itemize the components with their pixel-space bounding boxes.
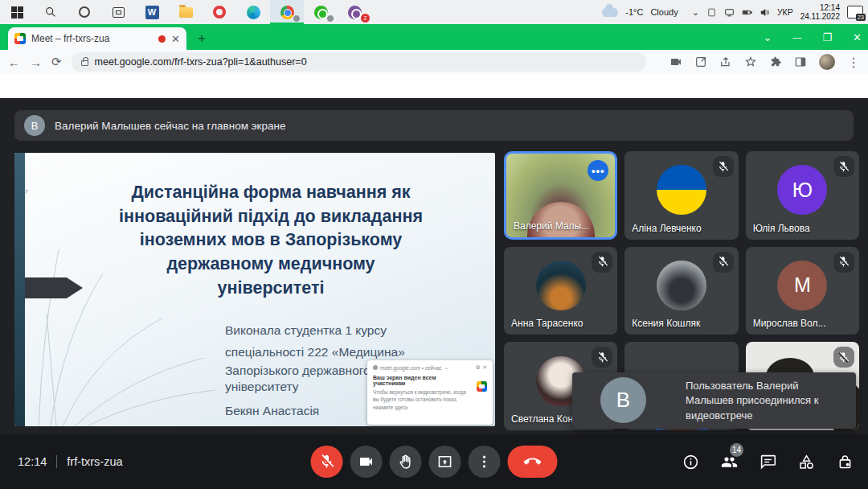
banner-text: Валерий Малышев сейчас на главном экране xyxy=(55,120,286,132)
meet-control-bar: 12:14 frf-txrs-zua 14 xyxy=(0,434,868,489)
side-panel-icon[interactable] xyxy=(794,55,807,68)
more-options-button[interactable] xyxy=(469,446,501,478)
camera-icon xyxy=(358,454,375,470)
tablet-mode-icon[interactable] xyxy=(706,7,717,18)
tab-close-button[interactable]: ✕ xyxy=(171,33,180,45)
tab-search-chevron-icon[interactable]: ⌄ xyxy=(764,31,772,43)
window-close-button[interactable]: ✕ xyxy=(853,31,862,43)
window-restore-button[interactable]: ❐ xyxy=(822,31,832,43)
volume-icon[interactable] xyxy=(760,7,770,18)
address-bar[interactable]: meet.google.com/frf-txrs-zua?pli=1&authu… xyxy=(72,52,646,72)
taskbar-whatsapp-button[interactable] xyxy=(304,0,338,24)
participant-count-badge: 14 xyxy=(730,443,743,457)
mic-muted-badge xyxy=(713,252,734,273)
mic-muted-badge xyxy=(833,252,854,273)
toast-avatar: В xyxy=(600,377,646,423)
chrome-icon xyxy=(280,6,294,19)
reload-button[interactable]: ⟳ xyxy=(51,55,62,69)
task-view-button[interactable] xyxy=(101,0,135,24)
avatar-photo xyxy=(657,261,706,310)
meeting-details-button[interactable] xyxy=(682,454,699,471)
share-icon[interactable] xyxy=(719,55,732,68)
https-lock-icon[interactable] xyxy=(81,60,88,66)
action-center-button[interactable]: 23 xyxy=(847,6,863,18)
participant-tile-valeriy[interactable]: ••• Валерий Малы... xyxy=(504,151,617,240)
participant-tile-yuliya[interactable]: Ю Юлія Львова xyxy=(746,151,859,240)
participant-tile-miroslav[interactable]: M Мирослав Вол... xyxy=(746,247,859,335)
url-text[interactable]: meet.google.com/frf-txrs-zua?pli=1&authu… xyxy=(95,56,307,68)
taskbar-edge-button[interactable] xyxy=(236,0,270,24)
mic-off-icon xyxy=(319,454,335,470)
leave-call-button[interactable] xyxy=(508,446,558,478)
window-minimize-button[interactable]: — xyxy=(792,32,801,42)
raise-hand-button[interactable] xyxy=(390,446,422,478)
browser-toolbar: ← → ⟳ meet.google.com/frf-txrs-zua?pli=1… xyxy=(0,50,868,74)
popup-chevron-icon[interactable]: ⌄ xyxy=(444,364,448,371)
slide-title: Дистанційна форма навчання як інноваційн… xyxy=(71,181,471,300)
open-in-window-icon[interactable] xyxy=(694,55,707,68)
start-button[interactable] xyxy=(0,0,34,24)
forward-button[interactable]: → xyxy=(30,55,42,69)
participant-name: Юлія Львова xyxy=(753,223,810,234)
taskbar-tray: -1°C Cloudy ⌄ УКР 12:14 24.11.2022 23 xyxy=(602,0,868,24)
call-end-icon xyxy=(524,453,542,471)
present-icon xyxy=(437,454,453,470)
hand-icon xyxy=(398,454,414,470)
info-icon xyxy=(682,454,699,471)
cortana-button[interactable] xyxy=(68,0,101,24)
popup-settings-icon[interactable]: ⚙ xyxy=(476,364,481,371)
tile-options-button[interactable]: ••• xyxy=(588,160,608,181)
present-screen-button[interactable] xyxy=(429,446,461,478)
participant-name: Анна Тарасенко xyxy=(511,318,583,329)
mouse-cursor: ▿ xyxy=(24,187,28,195)
taskbar-viber-button[interactable]: 2 xyxy=(338,0,371,24)
camera-toggle-button[interactable] xyxy=(350,446,383,478)
meet-favicon xyxy=(14,33,26,44)
chrome-menu-button[interactable]: ⋮ xyxy=(847,55,860,70)
profile-avatar[interactable] xyxy=(819,54,835,70)
participant-name: Мирослав Вол... xyxy=(753,318,826,329)
taskbar-opera-button[interactable] xyxy=(203,0,236,24)
popup-title: Ваш экран виден всем участникам xyxy=(373,375,468,386)
language-indicator[interactable]: УКР xyxy=(777,7,793,17)
camera-in-use-icon[interactable] xyxy=(669,55,682,68)
bookmark-star-icon[interactable] xyxy=(744,55,757,68)
battery-icon[interactable] xyxy=(742,7,752,18)
popup-close-icon[interactable]: ✕ xyxy=(483,364,487,371)
chat-button[interactable] xyxy=(760,454,776,471)
new-tab-button[interactable]: + xyxy=(198,31,206,45)
folder-icon xyxy=(179,7,193,18)
back-button[interactable]: ← xyxy=(8,55,20,69)
window-controls: ⌄ — ❐ ✕ xyxy=(764,24,862,50)
taskbar-explorer-button[interactable] xyxy=(169,0,203,24)
host-lock-icon xyxy=(837,454,854,471)
chrome-overlay-badge xyxy=(293,14,301,23)
participant-tile-kseniya[interactable]: Ксения Кошляк xyxy=(624,247,738,335)
activities-button[interactable] xyxy=(798,454,815,471)
taskbar-clock[interactable]: 12:14 24.11.2022 xyxy=(800,3,840,22)
taskbar-chrome-button[interactable] xyxy=(270,0,304,24)
weather-cloud-icon xyxy=(602,8,618,17)
notification-count-badge: 23 xyxy=(856,14,866,21)
weather-temp[interactable]: -1°C xyxy=(625,7,643,17)
taskbar-word-button[interactable]: W xyxy=(135,0,169,24)
meet-main-area: В Валерий Малышев сейчас на главном экра… xyxy=(0,98,868,434)
host-controls-button[interactable] xyxy=(837,454,854,471)
network-icon[interactable] xyxy=(724,7,735,18)
more-vert-icon xyxy=(477,454,493,470)
tab-title: Meet – frf-txrs-zua xyxy=(31,33,153,44)
taskbar-date: 24.11.2022 xyxy=(800,12,840,22)
participant-tile-alina[interactable]: Аліна Левченко xyxy=(624,151,738,240)
screen-share-notification-popup[interactable]: meet.google.com • сейчас ⌄ ⚙ ✕ Ваш экран… xyxy=(367,360,493,425)
browser-tab-meet[interactable]: Meet – frf-txrs-zua ✕ xyxy=(8,27,186,50)
windows-taskbar: W 2 -1°C Cloudy ⌄ УКР 12:14 24.11.2022 2… xyxy=(0,0,868,24)
extensions-icon[interactable] xyxy=(769,55,782,68)
participant-tile-anna[interactable]: Анна Тарасенко xyxy=(504,247,617,335)
divider xyxy=(56,455,57,468)
mic-toggle-button[interactable] xyxy=(311,446,343,478)
weather-condition[interactable]: Cloudy xyxy=(650,7,678,17)
show-participants-button[interactable]: 14 xyxy=(721,454,738,471)
tray-chevron-icon[interactable]: ⌄ xyxy=(692,7,699,18)
viber-unread-badge: 2 xyxy=(361,14,370,23)
taskbar-search-button[interactable] xyxy=(34,0,68,24)
